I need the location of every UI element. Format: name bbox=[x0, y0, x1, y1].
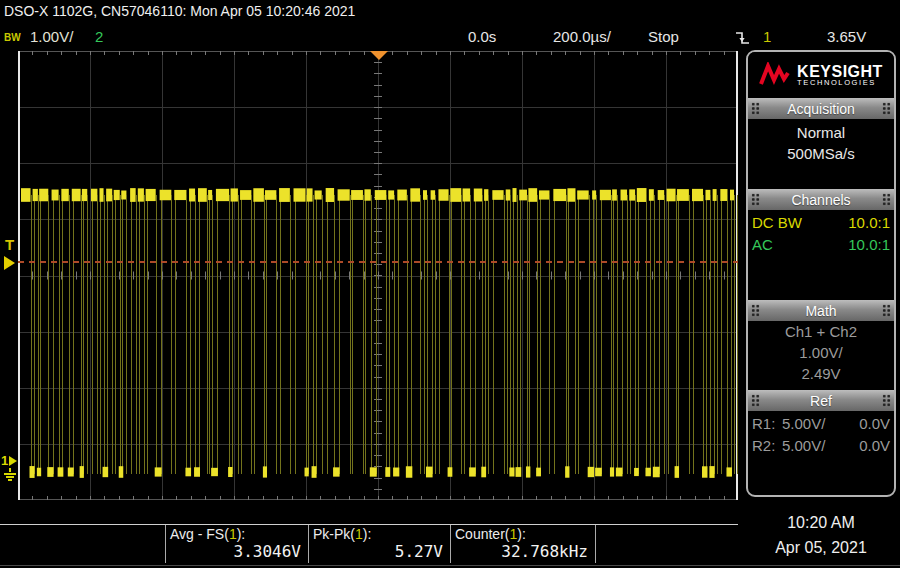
trigger-time-marker-icon[interactable] bbox=[370, 51, 388, 60]
grip-dots-icon bbox=[751, 304, 760, 317]
measurement-pkpk[interactable]: Pk-Pk(1): 5.27V bbox=[308, 525, 450, 563]
measurement-counter[interactable]: Counter(1): 32.768kHz bbox=[450, 525, 596, 563]
grip-dots-icon bbox=[882, 304, 891, 317]
clock: 10:20 AM Apr 05, 2021 bbox=[746, 510, 896, 560]
title-bar: DSO-X 1102G, CN57046110: Mon Apr 05 10:2… bbox=[0, 0, 900, 24]
sidebar-panel: KEYSIGHT TECHNOLOGIES Acquisition Normal… bbox=[746, 50, 896, 497]
oscilloscope-screen: DSO-X 1102G, CN57046110: Mon Apr 05 10:2… bbox=[0, 0, 900, 568]
ref-header[interactable]: Ref bbox=[748, 390, 894, 411]
clock-time: 10:20 AM bbox=[746, 510, 896, 535]
channel1-probe: 10.0:1 bbox=[848, 212, 890, 234]
ref2-row: R2: 5.00V/ 0.0V bbox=[752, 435, 890, 457]
grip-dots-icon bbox=[751, 102, 760, 115]
channel2-badge[interactable]: 2 bbox=[95, 28, 103, 45]
acquisition-info: Normal 500MSa/s bbox=[748, 119, 894, 189]
horizontal-offset[interactable]: 0.0s bbox=[468, 28, 496, 45]
measurement-counter-label: Counter( bbox=[455, 526, 509, 542]
channels-info: DC BW 10.0:1 AC 10.0:1 bbox=[748, 210, 894, 300]
ref1-label: R1: bbox=[752, 413, 782, 435]
channel1-coupling: DC BW bbox=[752, 212, 802, 234]
keysight-spark-icon bbox=[759, 62, 791, 88]
ref-info: R1: 5.00V/ 0.0V R2: 5.00V/ 0.0V bbox=[748, 411, 894, 457]
brand-name: KEYSIGHT bbox=[797, 64, 883, 79]
grip-dots-icon bbox=[751, 394, 760, 407]
grip-dots-icon bbox=[751, 193, 760, 206]
channel1-ground-label: 1 bbox=[1, 453, 8, 468]
measurement-counter-value: 32.768kHz bbox=[501, 542, 588, 561]
waveform-display[interactable] bbox=[18, 51, 738, 500]
math-offset: 2.49V bbox=[748, 363, 894, 384]
measurement-pkpk-label: Pk-Pk( bbox=[313, 526, 355, 542]
ref1-offset: 0.0V bbox=[859, 413, 890, 435]
ref1-row: R1: 5.00V/ 0.0V bbox=[752, 413, 890, 435]
trigger-source[interactable]: 1 bbox=[763, 28, 771, 45]
channel1-ground-marker[interactable]: 1 bbox=[1, 453, 18, 481]
trigger-level-readout[interactable]: 3.65V bbox=[827, 28, 866, 45]
trigger-level-marker-label: T bbox=[5, 236, 14, 253]
ground-arrow-icon bbox=[9, 456, 17, 466]
brand-logo: KEYSIGHT TECHNOLOGIES bbox=[748, 52, 894, 98]
measurement-avg-value: 3.3046V bbox=[234, 542, 301, 561]
sample-rate: 500MSa/s bbox=[748, 143, 894, 164]
channels-header[interactable]: Channels bbox=[748, 189, 894, 210]
measurement-avg[interactable]: Avg - FS(1): 3.3046V bbox=[165, 525, 308, 563]
timebase-scale[interactable]: 200.0µs/ bbox=[553, 28, 611, 45]
measurement-avg-source: 1 bbox=[229, 526, 237, 542]
measurement-pkpk-source: 1 bbox=[355, 526, 363, 542]
instrument-title: DSO-X 1102G, CN57046110: Mon Apr 05 10:2… bbox=[4, 3, 355, 19]
bandwidth-limit-badge: BW bbox=[4, 32, 21, 43]
channel2-coupling: AC bbox=[752, 234, 773, 256]
trigger-edge-icon bbox=[735, 30, 750, 46]
brand-subtitle: TECHNOLOGIES bbox=[797, 79, 883, 87]
grip-dots-icon bbox=[882, 394, 891, 407]
channel1-row: DC BW 10.0:1 bbox=[752, 212, 890, 234]
channel2-row: AC 10.0:1 bbox=[752, 234, 890, 256]
ref2-label: R2: bbox=[752, 435, 782, 457]
acquisition-mode: Normal bbox=[748, 122, 894, 143]
math-scale: 1.00V/ bbox=[748, 342, 894, 363]
grip-dots-icon bbox=[882, 193, 891, 206]
ref2-offset: 0.0V bbox=[859, 435, 890, 457]
math-info: Ch1 + Ch2 1.00V/ 2.49V bbox=[748, 321, 894, 390]
ref1-scale: 5.00V/ bbox=[782, 413, 859, 435]
math-header[interactable]: Math bbox=[748, 300, 894, 321]
acquisition-header[interactable]: Acquisition bbox=[748, 98, 894, 119]
measurement-pkpk-value: 5.27V bbox=[395, 542, 443, 561]
ref2-scale: 5.00V/ bbox=[782, 435, 859, 457]
measurement-avg-label: Avg - FS( bbox=[170, 526, 229, 542]
channel1-scale[interactable]: 1.00V/ bbox=[30, 28, 73, 45]
clock-date: Apr 05, 2021 bbox=[746, 535, 896, 560]
ground-symbol-icon bbox=[9, 468, 11, 472]
channel2-probe: 10.0:1 bbox=[848, 234, 890, 256]
acquisition-state[interactable]: Stop bbox=[648, 28, 679, 45]
status-bar: BW 1.00V/ 2 0.0s 200.0µs/ Stop 1 3.65V bbox=[0, 24, 900, 50]
bottom-edge-line bbox=[0, 565, 900, 566]
grip-dots-icon bbox=[882, 102, 891, 115]
trigger-level-marker-icon[interactable] bbox=[4, 256, 15, 270]
math-function: Ch1 + Ch2 bbox=[748, 321, 894, 342]
